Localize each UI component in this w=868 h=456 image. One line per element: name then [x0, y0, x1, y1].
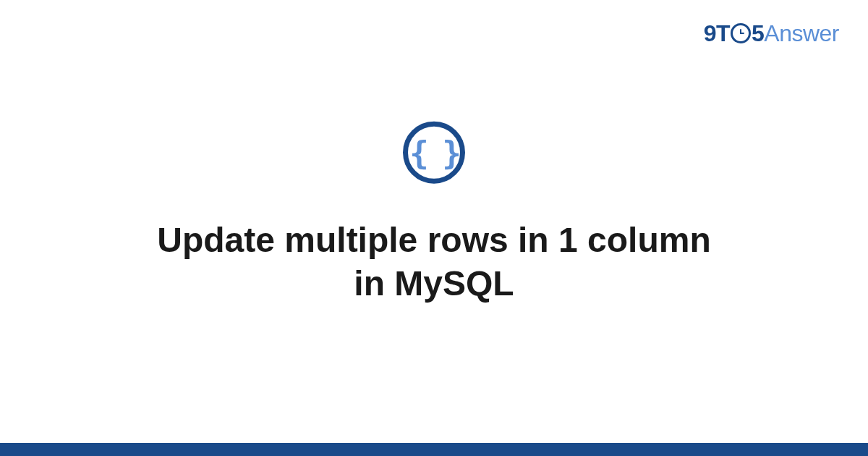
site-logo: 9T5Answer: [704, 20, 839, 47]
footer-accent-bar: [0, 443, 868, 456]
logo-text-answer: Answer: [764, 20, 839, 46]
logo-clock-icon: [731, 23, 751, 43]
category-icon-circle: { }: [403, 122, 465, 184]
code-braces-icon: { }: [409, 134, 458, 171]
logo-text-9t: 9T: [704, 20, 730, 46]
page-title: Update multiple rows in 1 column in MySQ…: [109, 219, 760, 305]
logo-text-5: 5: [752, 20, 764, 46]
main-content: { } Update multiple rows in 1 column in …: [0, 122, 868, 305]
